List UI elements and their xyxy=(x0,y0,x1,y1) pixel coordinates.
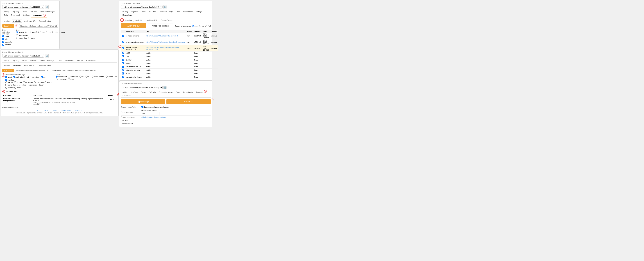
disable-extra[interactable]: extra xyxy=(199,25,206,27)
ext-check-controlnet[interactable] xyxy=(122,35,124,37)
footer-gradio[interactable]: Gradio xyxy=(52,110,57,112)
load-url-input-1[interactable] xyxy=(19,24,58,28)
filter-ads-2[interactable]: ads xyxy=(41,76,46,78)
tab-checkpointmerger-2[interactable]: Checkpoint Merger xyxy=(38,59,56,62)
sub-tab-installfromurl-3[interactable]: Install from URL xyxy=(144,19,159,22)
tab-settings-1[interactable]: Settings xyxy=(22,13,31,18)
order-newest-2[interactable]: newest first xyxy=(56,76,67,78)
tab-dreambooth-1[interactable]: Dreambooth xyxy=(9,13,22,18)
sub-tab-available-2[interactable]: Available xyxy=(12,64,22,67)
sub-tab-backuprestore-1[interactable]: Backup/Restore xyxy=(38,19,53,23)
load-btn-1[interactable]: Load from: xyxy=(2,24,14,28)
tab-txt2img-4[interactable]: txt2img xyxy=(121,91,130,94)
sub-tab-available-3[interactable]: Available xyxy=(134,19,144,22)
refresh-checkpoint-btn-2[interactable]: 🔄 xyxy=(45,54,48,58)
sub-tab-backuprestore-3[interactable]: Backup/Restore xyxy=(160,19,174,22)
tab-train-2[interactable]: Train xyxy=(56,59,63,62)
load-url-input-2[interactable] xyxy=(15,69,117,72)
ext-check-mobile[interactable] xyxy=(122,72,124,74)
refresh-checkpoint-btn-4[interactable]: 🔄 xyxy=(164,86,167,89)
filter-query-2[interactable]: query xyxy=(38,84,44,86)
sub-tab-installed-3[interactable]: Installed xyxy=(124,19,134,22)
order-za-1[interactable]: z-a xyxy=(46,31,51,33)
order-stars-2[interactable]: stars xyxy=(68,78,74,80)
ext-check-ultimate[interactable] xyxy=(122,47,124,49)
ext-check-dreambooth[interactable] xyxy=(122,41,124,43)
filter-extras-2[interactable]: extras xyxy=(14,87,22,89)
ext-check-prompt[interactable] xyxy=(122,76,124,78)
tab-settings-2[interactable]: Settings xyxy=(76,59,85,62)
tab-extensions-4[interactable]: Extensions xyxy=(121,94,132,97)
tab-train-4[interactable]: Train xyxy=(175,91,182,94)
filter-installed-2[interactable]: installed xyxy=(6,79,14,81)
load-btn-2[interactable]: Load from: xyxy=(2,69,14,72)
checkpoint-select-1[interactable]: v1-5-pruned-emaonly.safetensors [6ce0161… xyxy=(2,5,44,9)
tab-img2img-3[interactable]: img2img xyxy=(130,10,139,13)
check-updates-btn[interactable]: Check for updates xyxy=(148,23,174,28)
order-createtime-1[interactable]: create time xyxy=(16,37,27,39)
footer-github[interactable]: Github xyxy=(44,110,48,112)
tab-txt2img-1[interactable]: txt2img xyxy=(2,10,11,13)
order-stars-1[interactable]: stars xyxy=(28,37,34,39)
filter-training-2[interactable]: training xyxy=(6,81,13,83)
checkpoint-select-3[interactable]: v1-5-pruned-emaonly.safetensors [6ce0161… xyxy=(121,5,162,9)
tab-extras-2[interactable]: Extras xyxy=(20,59,28,62)
filter-science-2[interactable]: science xyxy=(6,87,14,89)
disable-none[interactable]: none xyxy=(192,25,198,27)
tab-pnginfo-2[interactable]: PNG Info xyxy=(28,59,38,62)
ext-check-ldsr[interactable] xyxy=(122,52,124,54)
reload-ui-btn[interactable]: Reload UI 9 xyxy=(166,99,211,104)
filter-online-2[interactable]: online xyxy=(19,84,26,86)
tab-extensions-3[interactable]: Extensions xyxy=(121,13,133,17)
ext-check-scunet[interactable] xyxy=(122,59,124,61)
tab-dreambooth-4[interactable]: Dreambooth xyxy=(182,91,194,94)
tab-img2img-2[interactable]: img2img xyxy=(11,59,20,62)
sub-tab-backuprestore-2[interactable]: Backup/Restore xyxy=(38,64,53,67)
order-az-2[interactable]: a-z xyxy=(80,76,84,78)
footer-reload-ui[interactable]: Reload UI xyxy=(76,110,82,112)
tab-img2img-4[interactable]: img2img xyxy=(130,91,139,94)
sub-tab-installfromurl-2[interactable]: Install from URL xyxy=(22,64,38,67)
order-internal-2[interactable]: internal order xyxy=(92,76,104,78)
filename-pattern-label[interactable]: wiki wiki Images filename pattern xyxy=(141,116,166,118)
filter-script-2[interactable]: script xyxy=(6,76,12,78)
ext-check-swinir[interactable] xyxy=(122,62,124,64)
order-oldest-2[interactable]: oldest first xyxy=(68,76,78,78)
always-save-label[interactable]: Always save all generated images xyxy=(141,106,169,108)
sub-tab-installfromurl-1[interactable]: Install from URL xyxy=(22,19,38,23)
sub-tab-installed-2[interactable]: Installed xyxy=(2,64,12,67)
filter-localization-2[interactable]: localization xyxy=(13,76,24,78)
footer-api[interactable]: API xyxy=(37,110,40,112)
tab-txt2img-3[interactable]: txt2img xyxy=(121,10,130,13)
apply-settings-btn[interactable]: Apply settings xyxy=(121,99,165,104)
filter-editing-2[interactable]: editing xyxy=(44,81,52,83)
filter-animation-2[interactable]: animation xyxy=(27,84,37,86)
filter-models-2[interactable]: models xyxy=(14,81,22,83)
tab-train-1[interactable]: Train xyxy=(2,13,9,18)
sub-tab-available-1[interactable]: Available xyxy=(12,19,22,23)
checkpoint-select-4[interactable]: v1-5-pruned-emaonly.safetensors [6ce0161… xyxy=(121,86,162,89)
order-za-2[interactable]: z-a xyxy=(86,76,90,78)
order-internal-1[interactable]: internal order xyxy=(52,31,65,33)
filter-localization-1[interactable]: localization xyxy=(2,41,13,43)
order-oldest-1[interactable]: oldest first xyxy=(28,31,39,33)
filter-dropdown-2[interactable]: dropdown xyxy=(30,76,40,78)
file-format-input[interactable] xyxy=(141,112,160,115)
filter-prompting-2[interactable]: prompting xyxy=(34,81,44,83)
tab-checkpointmerger-1[interactable]: Checkpoint Merger xyxy=(38,10,56,13)
refresh-checkpoint-btn-3[interactable]: 🔄 xyxy=(164,5,167,9)
order-newest-1[interactable]: newest first xyxy=(16,31,27,33)
tab-txt2img-2[interactable]: txt2img xyxy=(2,59,11,62)
filter-tab-2[interactable]: tab xyxy=(24,76,29,78)
tab-extras-1[interactable]: Extras xyxy=(20,10,28,13)
disable-all[interactable]: all xyxy=(206,25,211,27)
tab-settings-3[interactable]: Settings xyxy=(194,10,204,13)
tab-train-3[interactable]: Train xyxy=(175,10,182,13)
tab-checkpointmerger-3[interactable]: Checkpoint Merger xyxy=(157,10,175,13)
install-btn[interactable]: Install xyxy=(108,98,116,101)
tab-img2img-1[interactable]: img2img xyxy=(11,10,20,13)
tab-pnginfo-3[interactable]: PNG Info xyxy=(147,10,157,13)
order-updatetime-1[interactable]: update time xyxy=(16,34,28,36)
ext-check-canvas[interactable] xyxy=(122,66,124,68)
order-updatetime-2[interactable]: update time xyxy=(106,76,117,78)
